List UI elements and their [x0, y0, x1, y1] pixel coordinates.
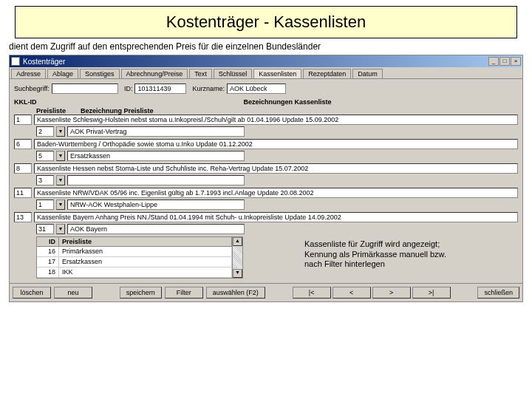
- tab-kassenlisten[interactable]: Kassenlisten: [253, 69, 301, 78]
- tab-text[interactable]: Text: [189, 69, 212, 78]
- id-input[interactable]: [134, 83, 186, 94]
- footer-toolbar: löschen neu speichern Filter auswählen (…: [10, 283, 522, 301]
- nav-last-button[interactable]: >|: [412, 287, 451, 299]
- speichern-button[interactable]: speichern: [120, 287, 162, 299]
- tab-datum[interactable]: Datum: [352, 69, 383, 78]
- kkl-1-txt[interactable]: Kassenliste Schleswig-Holstein nebst sto…: [34, 115, 518, 125]
- nav-next-button[interactable]: >: [372, 287, 411, 299]
- maximize-button[interactable]: □: [499, 57, 510, 66]
- id-label: ID:: [124, 85, 133, 92]
- annotation: Kassenliste für Zugriff wird angezeigt; …: [304, 239, 482, 269]
- app-window: Kostenträger _ □ × Adresse Ablage Sonsti…: [9, 55, 523, 302]
- kkl-1-subtxt[interactable]: AOK Privat-Vertrag: [67, 126, 245, 137]
- auswahl-button[interactable]: auswählen (F2): [206, 287, 265, 299]
- tab-rezeptdaten[interactable]: Rezeptdaten: [303, 69, 351, 78]
- schliessen-button[interactable]: schließen: [477, 287, 519, 299]
- annot-l3: nach Filter hinterlegen: [304, 259, 482, 269]
- cell-pl: Primärkassen: [59, 247, 232, 256]
- hdr-kklid: KKL-ID: [14, 98, 51, 106]
- tab-abrechnung[interactable]: Abrechnung/Preise: [121, 69, 188, 78]
- cell-pl: IKK: [59, 267, 232, 277]
- kkl-3[interactable]: 8: [14, 163, 32, 174]
- loeschen-button[interactable]: löschen: [13, 287, 51, 299]
- kkl-3-txt[interactable]: Kassenliste Hessen nebst Stoma-Liste und…: [34, 163, 518, 174]
- kkl-2-sub[interactable]: 5: [36, 151, 54, 161]
- chevron-down-icon[interactable]: ▼: [56, 200, 65, 210]
- tab-schluessel[interactable]: Schlüssel: [214, 69, 253, 78]
- neu-button[interactable]: neu: [54, 287, 92, 299]
- slide-subtitle: dient dem Zugriff auf den entsprechenden…: [9, 41, 523, 52]
- cell-id: 18: [37, 267, 59, 277]
- kkl-2-txt[interactable]: Baden-Württemberg / Orthopädie sowie sto…: [34, 139, 518, 149]
- subtbl-hdr-pl: Preisliste: [59, 237, 232, 246]
- kkl-5-txt[interactable]: Kassenliste Bayern Anhang Preis NN./Stan…: [34, 212, 518, 222]
- tab-sonstiges[interactable]: Sonstiges: [80, 69, 120, 78]
- scroll-down-icon[interactable]: ▼: [233, 269, 242, 278]
- annot-l2: Kennung als Primärkasse manuell bzw.: [304, 250, 482, 259]
- kkl-1[interactable]: 1: [14, 115, 32, 125]
- subtbl-hdr-id: ID: [37, 237, 59, 246]
- preis-subtable: ID Preisliste 16 Primärkassen 17 Ersatzk…: [36, 236, 243, 279]
- titlebar: Kostenträger _ □ ×: [10, 55, 522, 67]
- chevron-down-icon[interactable]: ▼: [56, 224, 65, 234]
- such-label: Suchbegriff:: [14, 85, 50, 92]
- kkl-3-sub[interactable]: 3: [36, 175, 54, 185]
- annot-l1: Kassenliste für Zugriff wird angezeigt;: [304, 239, 482, 249]
- kkl-5-sub[interactable]: 31: [36, 224, 54, 234]
- kkl-2[interactable]: 6: [14, 139, 32, 149]
- kkl-4-txt[interactable]: Kassenliste NRW/VDAK 05/96 inc. Eigenlis…: [34, 188, 518, 198]
- nav-first-button[interactable]: |<: [293, 287, 331, 299]
- kkl-2-subtxt[interactable]: Ersatzkassen: [67, 151, 245, 161]
- minimize-button[interactable]: _: [488, 57, 499, 66]
- kkl-4-subtxt[interactable]: NRW-AOK Westphalen-Lippe: [67, 200, 245, 210]
- kurz-label: Kurzname:: [192, 85, 225, 92]
- kkl-4-sub[interactable]: 1: [36, 200, 54, 210]
- table-row[interactable]: 18 IKK: [37, 267, 232, 278]
- app-icon: [11, 57, 20, 66]
- chevron-down-icon[interactable]: ▼: [56, 126, 65, 137]
- filter-button[interactable]: Filter: [165, 287, 203, 299]
- hdr-bezpreis: Bezeichnung Preisliste: [81, 107, 154, 115]
- kkl-5[interactable]: 13: [14, 212, 32, 222]
- tab-ablage[interactable]: Ablage: [47, 69, 78, 78]
- cell-id: 16: [37, 247, 59, 256]
- kurz-input[interactable]: [227, 83, 286, 94]
- slide-title: Kostenträger - Kassenlisten: [15, 6, 517, 38]
- kkl-4[interactable]: 11: [14, 188, 32, 198]
- cell-pl: Ersatzkassen: [59, 257, 232, 267]
- nav-prev-button[interactable]: <: [332, 287, 371, 299]
- scrollbar[interactable]: ▲ ▼: [232, 237, 242, 278]
- scroll-thumb[interactable]: [233, 246, 242, 269]
- tab-adresse[interactable]: Adresse: [11, 69, 46, 78]
- close-button[interactable]: ×: [511, 57, 521, 66]
- kkl-1-sub[interactable]: 2: [36, 126, 54, 137]
- tab-row: Adresse Ablage Sonstiges Abrechnung/Prei…: [10, 67, 522, 79]
- hdr-preisliste: Preisliste: [36, 107, 66, 115]
- kkl-5-subtxt[interactable]: AOK Bayern: [67, 224, 245, 234]
- hdr-bez: Bezeichnungen Kassenliste: [57, 98, 518, 106]
- table-row[interactable]: 17 Ersatzkassen: [37, 257, 232, 267]
- kkl-3-subtxt[interactable]: [67, 175, 245, 185]
- scroll-up-icon[interactable]: ▲: [233, 237, 242, 246]
- cell-id: 17: [37, 257, 59, 267]
- table-row[interactable]: 16 Primärkassen: [37, 247, 232, 257]
- window-title: Kostenträger: [23, 58, 65, 66]
- such-input[interactable]: [52, 83, 118, 94]
- chevron-down-icon[interactable]: ▼: [56, 151, 65, 161]
- chevron-down-icon[interactable]: ▼: [56, 175, 65, 185]
